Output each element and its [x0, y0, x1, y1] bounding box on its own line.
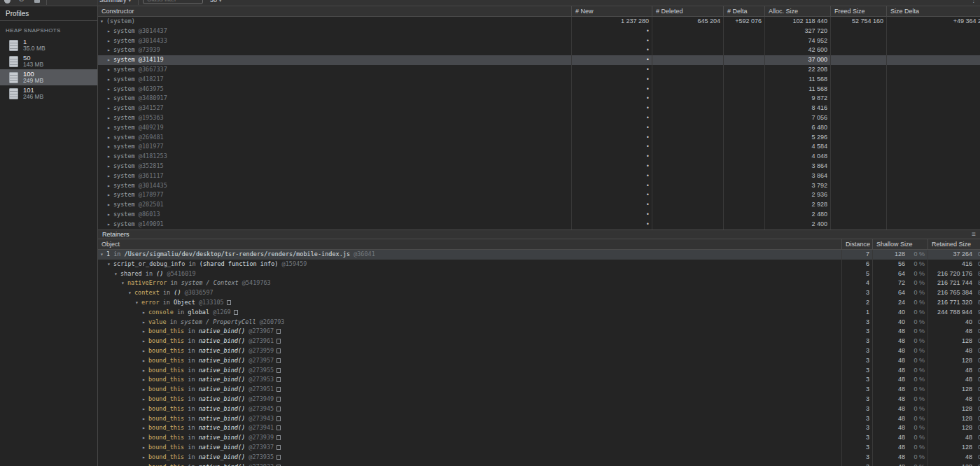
retainer-row[interactable]: ▾1 in /Users/sigmaliu/dev/desktop/tsr-re… — [98, 250, 980, 260]
retainer-row[interactable]: ▸bound_this in native_bind() @2739353480… — [98, 453, 980, 463]
constructor-row[interactable]: ▸system @195363•7 056 — [98, 113, 980, 123]
expand-arrow-icon[interactable]: ▸ — [107, 162, 113, 171]
delete-profile-icon[interactable] — [34, 0, 40, 3]
column-header-new[interactable]: # New — [571, 6, 652, 16]
expand-arrow-icon[interactable]: ▸ — [107, 36, 113, 46]
column-header-object[interactable]: Object — [98, 239, 841, 249]
constructor-row[interactable]: ▸system @3480917•9 872 — [98, 94, 980, 104]
retainer-row[interactable]: ▾script_or_debug_info in (shared functio… — [98, 260, 980, 269]
expand-arrow-icon[interactable]: ▸ — [107, 94, 113, 104]
retainer-row[interactable]: ▸bound_this in native_bind() @2739513480… — [98, 385, 980, 395]
retainer-row[interactable]: ▸value in system / PropertyCell @2607933… — [98, 318, 980, 327]
retainer-row[interactable]: ▾context in () @30365973640 %216 765 384… — [98, 288, 980, 298]
expand-arrow-icon[interactable]: ▸ — [142, 366, 148, 376]
expand-arrow-icon[interactable]: ▸ — [107, 190, 113, 200]
retainer-row[interactable]: ▸console in global @12691400 %244 788 94… — [98, 308, 980, 318]
perspective-select[interactable]: Summary▾ — [99, 0, 131, 5]
expand-arrow-icon[interactable]: ▸ — [142, 318, 148, 327]
expand-arrow-icon[interactable]: ▸ — [142, 395, 148, 404]
retainer-row[interactable]: ▸bound_this in native_bind() @2739373480… — [98, 443, 980, 453]
expand-arrow-icon[interactable]: ▸ — [107, 181, 113, 191]
collapse-arrow-icon[interactable]: ▾ — [114, 269, 120, 279]
collapse-arrow-icon[interactable]: ▾ — [128, 288, 134, 298]
constructor-row[interactable]: ▸system @178977•2 936 — [98, 190, 980, 200]
expand-arrow-icon[interactable]: ▸ — [107, 65, 113, 75]
retainer-row[interactable]: ▸bound_this in native_bind() @2739533480… — [98, 375, 980, 385]
expand-arrow-icon[interactable]: ▸ — [107, 123, 113, 133]
expand-arrow-icon[interactable]: ▸ — [107, 152, 113, 162]
expand-arrow-icon[interactable]: ▸ — [107, 45, 113, 55]
expand-arrow-icon[interactable]: ▸ — [107, 27, 113, 36]
retainer-row[interactable]: ▸bound_this in native_bind() @2739333480… — [98, 463, 980, 466]
retainer-row[interactable]: ▸bound_this in native_bind() @2739433480… — [98, 414, 980, 424]
constructor-row[interactable]: ▸system @3014433•74 952 — [98, 36, 980, 46]
retainer-row[interactable]: ▸bound_this in native_bind() @2739593480… — [98, 346, 980, 356]
retainer-row[interactable]: ▾shared in () @54160195640 %216 720 1768… — [98, 269, 980, 279]
constructor-row[interactable]: ▸system @282501•2 928 — [98, 200, 980, 210]
constructor-row[interactable]: ▸system @418217•11 568 — [98, 75, 980, 85]
constructor-row[interactable]: ▸system @352815•3 864 — [98, 162, 980, 171]
retainer-row[interactable]: ▾error in Object @1331052240 %216 771 32… — [98, 298, 980, 308]
constructor-row[interactable]: ▸system @73939•42 600 — [98, 45, 980, 55]
constructor-row[interactable]: ▾(system)1 237 280645 204+592 076102 118… — [98, 17, 980, 27]
column-header-shallow-size[interactable]: Shallow Size — [872, 239, 927, 249]
expand-arrow-icon[interactable]: ▸ — [107, 133, 113, 143]
constructor-row[interactable]: ▸system @3014437•327 720 — [98, 27, 980, 36]
retainer-row[interactable]: ▸bound_this in native_bind() @2739393480… — [98, 433, 980, 443]
expand-arrow-icon[interactable]: ▸ — [142, 327, 148, 337]
constructor-row[interactable]: ▸system @3014435•3 792 — [98, 181, 980, 191]
column-header-constructor[interactable]: Constructor — [98, 6, 571, 16]
expand-arrow-icon[interactable]: ▸ — [142, 356, 148, 366]
record-heap-snapshot-icon[interactable] — [4, 0, 10, 3]
retainer-row[interactable]: ▸bound_this in native_bind() @2739413480… — [98, 423, 980, 433]
column-header-deleted[interactable]: # Deleted — [652, 6, 723, 16]
expand-arrow-icon[interactable]: ▸ — [142, 463, 148, 466]
collapse-arrow-icon[interactable]: ▾ — [100, 250, 106, 260]
expand-arrow-icon[interactable]: ▸ — [107, 171, 113, 181]
expand-arrow-icon[interactable]: ▸ — [142, 346, 148, 356]
snapshot-item-100[interactable]: 100249 MB — [0, 69, 97, 85]
expand-arrow-icon[interactable]: ▸ — [142, 404, 148, 414]
class-filter-input[interactable] — [143, 0, 203, 4]
expand-arrow-icon[interactable]: ▸ — [107, 210, 113, 220]
retainer-row[interactable]: ▸bound_this in native_bind() @2739493480… — [98, 395, 980, 404]
expand-arrow-icon[interactable]: ▸ — [107, 113, 113, 123]
expand-arrow-icon[interactable]: ▸ — [142, 443, 148, 453]
snapshot-item-101[interactable]: 101246 MB — [0, 85, 97, 101]
constructor-row[interactable]: ▸system @463975•11 568 — [98, 85, 980, 94]
column-header-delta[interactable]: # Delta — [723, 6, 764, 16]
constructor-row[interactable]: ▸system @3667337•22 208 — [98, 65, 980, 75]
expand-arrow-icon[interactable]: ▸ — [142, 414, 148, 424]
constructor-row[interactable]: ▸system @341527•8 416 — [98, 104, 980, 113]
expand-arrow-icon[interactable]: ▸ — [107, 104, 113, 113]
retainer-row[interactable]: ▾nativeError in system / Context @541976… — [98, 278, 980, 288]
retainer-row[interactable]: ▸bound_this in native_bind() @2739573480… — [98, 356, 980, 366]
constructor-row[interactable]: ▸system @4181253•4 048 — [98, 152, 980, 162]
menu-icon[interactable]: ≡ — [972, 231, 976, 238]
collapse-arrow-icon[interactable]: ▾ — [121, 278, 127, 288]
constructor-row[interactable]: ▸system @86013•2 480 — [98, 210, 980, 220]
expand-arrow-icon[interactable]: ▸ — [142, 423, 148, 433]
constructor-row[interactable]: ▸system @149091•2 400 — [98, 220, 980, 230]
expand-arrow-icon[interactable]: ▸ — [107, 142, 113, 152]
constructor-row[interactable]: ▸system @361117•3 864 — [98, 171, 980, 181]
column-header-distance[interactable]: Distance — [841, 239, 872, 249]
expand-arrow-icon[interactable]: ▸ — [142, 433, 148, 443]
clear-profiles-icon[interactable]: ⊘ — [18, 0, 24, 3]
expand-arrow-icon[interactable]: ▸ — [142, 308, 148, 318]
column-header-retained-size[interactable]: Retained Size — [927, 239, 980, 249]
column-header-freed-size[interactable]: Freed Size — [830, 6, 886, 16]
constructor-row[interactable]: ▸system @314119•37 000 — [98, 55, 980, 65]
constructor-row[interactable]: ▸system @409219•6 480 — [98, 123, 980, 133]
expand-arrow-icon[interactable]: ▸ — [142, 337, 148, 346]
retainer-row[interactable]: ▸bound_this in native_bind() @2739553480… — [98, 366, 980, 376]
expand-arrow-icon[interactable]: ▸ — [107, 220, 113, 230]
retainer-row[interactable]: ▸bound_this in native_bind() @2739673480… — [98, 327, 980, 337]
collapse-arrow-icon[interactable]: ▾ — [135, 298, 141, 308]
expand-arrow-icon[interactable]: ▸ — [107, 85, 113, 94]
expand-arrow-icon[interactable]: ▸ — [142, 453, 148, 463]
overflow-menu-icon[interactable]: ⋮ — [970, 0, 977, 3]
snapshot-item-50[interactable]: 50143 MB — [0, 53, 97, 69]
column-header-alloc-size[interactable]: Alloc. Size — [764, 6, 830, 16]
retainer-row[interactable]: ▸bound_this in native_bind() @2739613480… — [98, 337, 980, 346]
